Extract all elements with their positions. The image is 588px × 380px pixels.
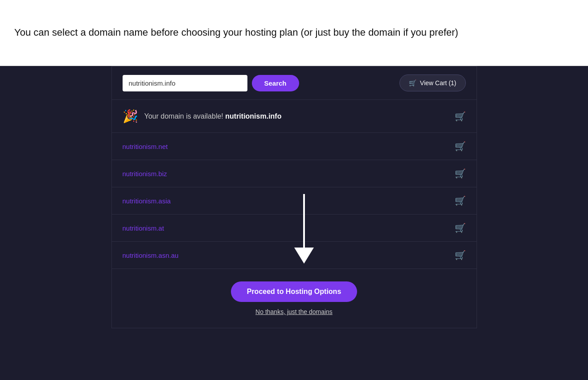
domain-name: nutritionism.asn.au <box>123 252 179 259</box>
search-input[interactable] <box>123 75 247 91</box>
domain-row[interactable]: nutritionism.asn.au 🛒 <box>111 242 477 269</box>
cart-icon: 🛒 <box>455 141 466 152</box>
cart-icon: 🛒 <box>455 195 466 206</box>
domain-name: nutritionism.net <box>123 143 168 150</box>
main-content: Search 🛒 View Cart (1) 🎉 Your domain is … <box>0 66 588 380</box>
cart-icon: 🛒 <box>455 223 466 233</box>
search-controls: Search <box>123 75 299 91</box>
domain-panel: Search 🛒 View Cart (1) 🎉 Your domain is … <box>111 66 477 328</box>
add-to-cart-button[interactable]: 🛒 <box>455 195 466 206</box>
available-domain-row: 🎉 Your domain is available! nutritionism… <box>111 100 477 133</box>
domain-row[interactable]: nutritionism.net 🛒 <box>111 133 477 160</box>
domain-row[interactable]: nutritionism.at 🛒 <box>111 215 477 242</box>
search-row: Search 🛒 View Cart (1) <box>111 66 477 100</box>
search-button[interactable]: Search <box>252 75 299 91</box>
add-to-cart-button[interactable]: 🛒 <box>455 141 466 152</box>
info-banner: You can select a domain name before choo… <box>0 0 588 66</box>
cart-icon: 🛒 <box>455 250 466 260</box>
add-to-cart-button[interactable]: 🛒 <box>455 223 466 233</box>
domain-name: nutritionism.biz <box>123 170 167 178</box>
domain-row[interactable]: nutritionism.asia 🛒 <box>111 187 477 215</box>
party-popper-icon: 🎉 <box>123 109 138 124</box>
cart-icon: 🛒 <box>455 168 466 179</box>
available-domain-text: Your domain is available! nutritionism.i… <box>144 112 282 120</box>
add-available-to-cart-button[interactable]: 🛒 <box>455 111 466 122</box>
cart-icon: 🛒 <box>409 79 416 87</box>
add-to-cart-button[interactable]: 🛒 <box>455 250 466 260</box>
available-domain-info: 🎉 Your domain is available! nutritionism… <box>123 109 282 124</box>
domain-name: nutritionism.at <box>123 224 164 232</box>
cart-add-icon: 🛒 <box>455 111 466 122</box>
add-to-cart-button[interactable]: 🛒 <box>455 168 466 179</box>
domain-name: nutritionism.asia <box>123 197 171 205</box>
view-cart-label: View Cart (1) <box>420 79 456 87</box>
banner-text: You can select a domain name before choo… <box>14 26 458 40</box>
bottom-actions: Proceed to Hosting Options No thanks, ju… <box>111 269 477 328</box>
proceed-to-hosting-button[interactable]: Proceed to Hosting Options <box>231 281 358 302</box>
view-cart-button[interactable]: 🛒 View Cart (1) <box>399 74 465 91</box>
no-thanks-link[interactable]: No thanks, just the domains <box>255 308 333 315</box>
domain-row[interactable]: nutritionism.biz 🛒 <box>111 160 477 187</box>
